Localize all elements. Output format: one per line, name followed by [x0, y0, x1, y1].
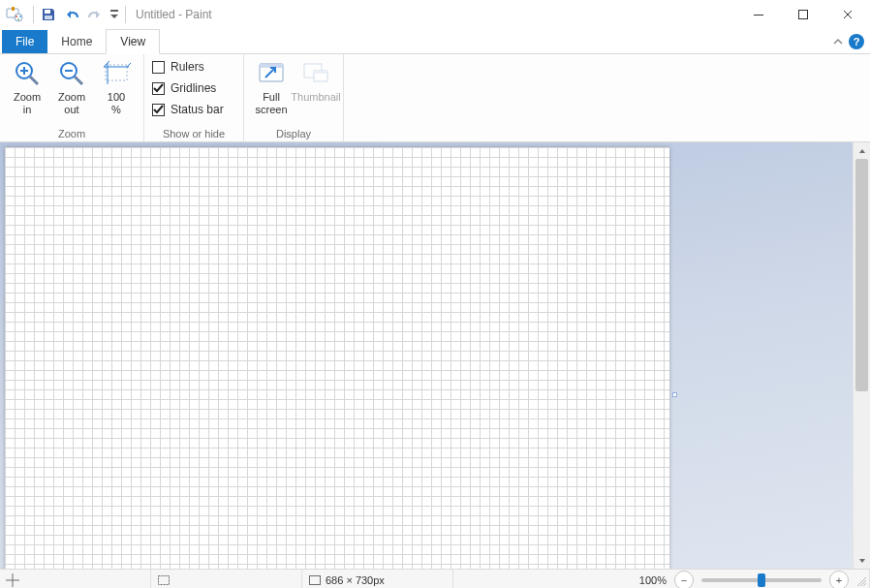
redo-button[interactable] [84, 4, 106, 25]
thumbnail-icon [300, 58, 331, 89]
statusbar-checkbox[interactable]: Status bar [152, 101, 224, 118]
status-cursor-pos [0, 570, 151, 588]
statusbar-label: Status bar [171, 103, 224, 116]
svg-rect-29 [310, 576, 321, 585]
zoom-out-label: Zoom out [58, 91, 85, 116]
group-show-label: Show or hide [150, 126, 237, 141]
tab-view[interactable]: View [106, 29, 160, 54]
canvas-size-icon [308, 573, 322, 587]
scroll-up-button[interactable] [854, 142, 870, 159]
cursor-pos-icon [6, 573, 19, 587]
full-screen-button[interactable]: Full screen [250, 56, 293, 124]
svg-line-14 [30, 77, 38, 84]
svg-rect-25 [314, 71, 327, 74]
checkbox-icon [152, 61, 165, 74]
svg-point-4 [19, 15, 21, 17]
zoom-in-icon [12, 58, 43, 89]
zoom-out-small-button[interactable]: − [674, 571, 694, 588]
zoom-out-button[interactable]: Zoom out [50, 56, 93, 124]
canvas-viewport[interactable] [0, 142, 853, 569]
zoom-controls: 100% − + [639, 570, 868, 588]
window-controls [736, 0, 870, 29]
app-icon [6, 6, 23, 23]
close-button[interactable] [825, 0, 870, 29]
scroll-down-button[interactable] [854, 552, 870, 569]
group-zoom: Zoom in Zoom out [0, 54, 144, 141]
zoom-level-label: 100% [639, 574, 667, 586]
help-button[interactable]: ? [849, 34, 864, 49]
full-screen-icon [256, 58, 287, 89]
zoom-in-button[interactable]: Zoom in [6, 56, 48, 124]
title-bar: Untitled - Paint [0, 0, 870, 29]
svg-rect-7 [45, 15, 52, 19]
checkbox-icon [152, 82, 165, 95]
separator [33, 6, 34, 23]
zoom-in-label: Zoom in [14, 91, 41, 116]
collapse-ribbon-button[interactable] [833, 37, 843, 46]
svg-rect-8 [110, 10, 118, 12]
group-display: Full screen Thumbnail Display [244, 54, 344, 141]
customize-qat-button[interactable] [108, 4, 121, 25]
svg-rect-1 [12, 7, 15, 11]
zoom-100-label: 100 % [108, 91, 125, 116]
checkbox-icon [152, 104, 165, 116]
status-bar: 686 × 730px 100% − + [0, 569, 870, 588]
status-canvas-size: 686 × 730px [302, 570, 453, 588]
svg-rect-6 [45, 10, 50, 14]
zoom-100-button[interactable]: 100 % [95, 56, 138, 124]
resize-gripper[interactable] [854, 574, 866, 586]
scrollbar-thumb[interactable] [855, 159, 868, 391]
zoom-out-icon [56, 58, 87, 89]
svg-point-5 [17, 18, 19, 20]
ribbon: Zoom in Zoom out [0, 54, 870, 142]
separator [125, 6, 126, 23]
canvas-size-label: 686 × 730px [326, 574, 385, 586]
zoom-slider-thumb[interactable] [758, 573, 765, 587]
window-title: Untitled - Paint [136, 8, 212, 21]
group-show-or-hide: Rulers Gridlines Status bar Show or hide [144, 54, 244, 141]
status-selection-size [151, 570, 302, 588]
undo-button[interactable] [61, 4, 82, 25]
scrollbar-track[interactable] [854, 159, 870, 552]
tab-home[interactable]: Home [47, 30, 106, 53]
maximize-button[interactable] [781, 0, 825, 29]
zoom-slider[interactable] [701, 578, 822, 582]
zoom-100-icon [101, 58, 132, 89]
work-area [0, 142, 870, 569]
svg-rect-28 [159, 576, 170, 585]
gridlines-checkbox[interactable]: Gridlines [152, 79, 224, 97]
svg-point-3 [16, 15, 17, 17]
svg-line-17 [75, 77, 82, 84]
group-display-label: Display [250, 126, 337, 141]
resize-handle-right[interactable] [672, 392, 677, 397]
quick-access-toolbar [38, 4, 121, 25]
save-button[interactable] [38, 4, 59, 25]
full-screen-label: Full screen [255, 91, 287, 116]
thumbnail-label: Thumbnail [291, 91, 340, 104]
rulers-label: Rulers [171, 60, 204, 74]
rulers-checkbox[interactable]: Rulers [152, 58, 224, 76]
canvas[interactable] [5, 147, 669, 569]
svg-rect-10 [799, 11, 808, 19]
svg-rect-9 [754, 15, 763, 15]
gridlines-label: Gridlines [171, 81, 216, 95]
group-zoom-label: Zoom [6, 126, 138, 141]
selection-size-icon [157, 573, 171, 587]
zoom-in-small-button[interactable]: + [829, 571, 849, 588]
file-tab[interactable]: File [2, 30, 47, 53]
minimize-button[interactable] [736, 0, 781, 29]
ribbon-tabs: File Home View ? [0, 29, 870, 54]
vertical-scrollbar[interactable] [853, 142, 870, 569]
thumbnail-button: Thumbnail [295, 56, 337, 124]
